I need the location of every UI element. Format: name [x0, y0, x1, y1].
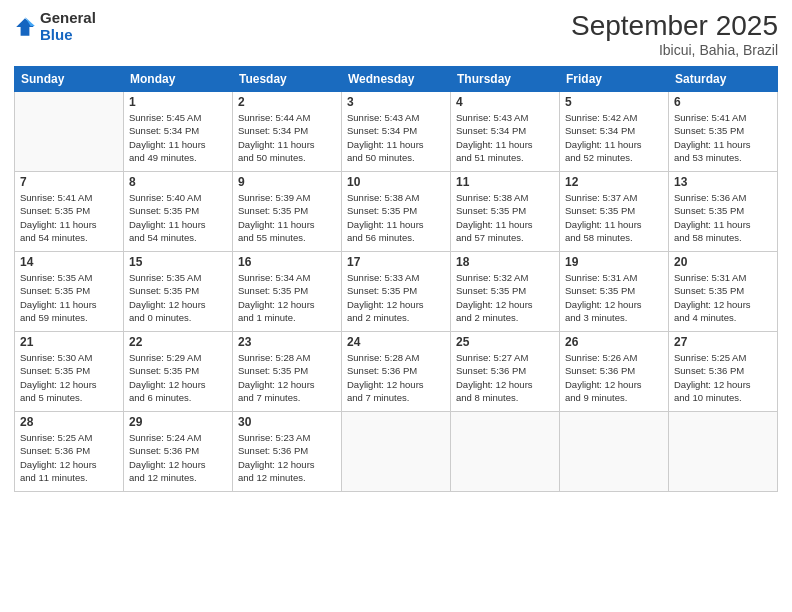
calendar-cell: 5Sunrise: 5:42 AMSunset: 5:34 PMDaylight…	[560, 92, 669, 172]
calendar-cell: 16Sunrise: 5:34 AMSunset: 5:35 PMDayligh…	[233, 252, 342, 332]
day-info: Sunrise: 5:39 AMSunset: 5:35 PMDaylight:…	[238, 191, 336, 244]
day-info: Sunrise: 5:35 AMSunset: 5:35 PMDaylight:…	[129, 271, 227, 324]
day-info: Sunrise: 5:28 AMSunset: 5:36 PMDaylight:…	[347, 351, 445, 404]
logo-text: General Blue	[40, 10, 96, 43]
day-number: 13	[674, 175, 772, 189]
day-info: Sunrise: 5:32 AMSunset: 5:35 PMDaylight:…	[456, 271, 554, 324]
calendar-cell: 17Sunrise: 5:33 AMSunset: 5:35 PMDayligh…	[342, 252, 451, 332]
day-number: 28	[20, 415, 118, 429]
day-number: 27	[674, 335, 772, 349]
calendar-cell: 4Sunrise: 5:43 AMSunset: 5:34 PMDaylight…	[451, 92, 560, 172]
weekday-header-row: SundayMondayTuesdayWednesdayThursdayFrid…	[15, 67, 778, 92]
day-info: Sunrise: 5:23 AMSunset: 5:36 PMDaylight:…	[238, 431, 336, 484]
day-number: 18	[456, 255, 554, 269]
day-number: 8	[129, 175, 227, 189]
calendar-cell: 10Sunrise: 5:38 AMSunset: 5:35 PMDayligh…	[342, 172, 451, 252]
day-number: 5	[565, 95, 663, 109]
day-number: 12	[565, 175, 663, 189]
svg-marker-0	[16, 18, 34, 36]
calendar-week-row: 1Sunrise: 5:45 AMSunset: 5:34 PMDaylight…	[15, 92, 778, 172]
day-info: Sunrise: 5:25 AMSunset: 5:36 PMDaylight:…	[20, 431, 118, 484]
calendar-cell	[15, 92, 124, 172]
calendar-week-row: 7Sunrise: 5:41 AMSunset: 5:35 PMDaylight…	[15, 172, 778, 252]
calendar-cell: 24Sunrise: 5:28 AMSunset: 5:36 PMDayligh…	[342, 332, 451, 412]
logo-general-text: General	[40, 10, 96, 27]
calendar-header: SundayMondayTuesdayWednesdayThursdayFrid…	[15, 67, 778, 92]
day-number: 24	[347, 335, 445, 349]
weekday-header-sunday: Sunday	[15, 67, 124, 92]
day-number: 11	[456, 175, 554, 189]
weekday-header-friday: Friday	[560, 67, 669, 92]
calendar-cell: 22Sunrise: 5:29 AMSunset: 5:35 PMDayligh…	[124, 332, 233, 412]
calendar-body: 1Sunrise: 5:45 AMSunset: 5:34 PMDaylight…	[15, 92, 778, 492]
calendar-cell: 13Sunrise: 5:36 AMSunset: 5:35 PMDayligh…	[669, 172, 778, 252]
calendar-cell: 20Sunrise: 5:31 AMSunset: 5:35 PMDayligh…	[669, 252, 778, 332]
calendar-table: SundayMondayTuesdayWednesdayThursdayFrid…	[14, 66, 778, 492]
weekday-header-monday: Monday	[124, 67, 233, 92]
day-info: Sunrise: 5:25 AMSunset: 5:36 PMDaylight:…	[674, 351, 772, 404]
calendar-cell: 11Sunrise: 5:38 AMSunset: 5:35 PMDayligh…	[451, 172, 560, 252]
calendar-cell: 8Sunrise: 5:40 AMSunset: 5:35 PMDaylight…	[124, 172, 233, 252]
day-info: Sunrise: 5:45 AMSunset: 5:34 PMDaylight:…	[129, 111, 227, 164]
month-title: September 2025	[571, 10, 778, 42]
day-number: 23	[238, 335, 336, 349]
day-info: Sunrise: 5:24 AMSunset: 5:36 PMDaylight:…	[129, 431, 227, 484]
day-number: 26	[565, 335, 663, 349]
logo: General Blue	[14, 10, 96, 43]
calendar-cell: 9Sunrise: 5:39 AMSunset: 5:35 PMDaylight…	[233, 172, 342, 252]
day-number: 2	[238, 95, 336, 109]
calendar-cell	[560, 412, 669, 492]
location-subtitle: Ibicui, Bahia, Brazil	[571, 42, 778, 58]
weekday-header-thursday: Thursday	[451, 67, 560, 92]
day-info: Sunrise: 5:40 AMSunset: 5:35 PMDaylight:…	[129, 191, 227, 244]
calendar-cell: 18Sunrise: 5:32 AMSunset: 5:35 PMDayligh…	[451, 252, 560, 332]
calendar-cell	[451, 412, 560, 492]
calendar-cell: 15Sunrise: 5:35 AMSunset: 5:35 PMDayligh…	[124, 252, 233, 332]
calendar-cell: 23Sunrise: 5:28 AMSunset: 5:35 PMDayligh…	[233, 332, 342, 412]
day-info: Sunrise: 5:42 AMSunset: 5:34 PMDaylight:…	[565, 111, 663, 164]
day-number: 22	[129, 335, 227, 349]
day-number: 7	[20, 175, 118, 189]
calendar-cell: 25Sunrise: 5:27 AMSunset: 5:36 PMDayligh…	[451, 332, 560, 412]
calendar-cell: 30Sunrise: 5:23 AMSunset: 5:36 PMDayligh…	[233, 412, 342, 492]
day-number: 10	[347, 175, 445, 189]
day-number: 20	[674, 255, 772, 269]
day-info: Sunrise: 5:38 AMSunset: 5:35 PMDaylight:…	[347, 191, 445, 244]
day-number: 15	[129, 255, 227, 269]
calendar-cell: 7Sunrise: 5:41 AMSunset: 5:35 PMDaylight…	[15, 172, 124, 252]
calendar-cell: 29Sunrise: 5:24 AMSunset: 5:36 PMDayligh…	[124, 412, 233, 492]
logo-blue-text: Blue	[40, 27, 96, 44]
day-info: Sunrise: 5:30 AMSunset: 5:35 PMDaylight:…	[20, 351, 118, 404]
calendar-cell: 3Sunrise: 5:43 AMSunset: 5:34 PMDaylight…	[342, 92, 451, 172]
day-info: Sunrise: 5:43 AMSunset: 5:34 PMDaylight:…	[347, 111, 445, 164]
day-info: Sunrise: 5:27 AMSunset: 5:36 PMDaylight:…	[456, 351, 554, 404]
day-number: 16	[238, 255, 336, 269]
day-info: Sunrise: 5:37 AMSunset: 5:35 PMDaylight:…	[565, 191, 663, 244]
day-info: Sunrise: 5:36 AMSunset: 5:35 PMDaylight:…	[674, 191, 772, 244]
calendar-cell: 26Sunrise: 5:26 AMSunset: 5:36 PMDayligh…	[560, 332, 669, 412]
calendar-cell: 27Sunrise: 5:25 AMSunset: 5:36 PMDayligh…	[669, 332, 778, 412]
day-info: Sunrise: 5:28 AMSunset: 5:35 PMDaylight:…	[238, 351, 336, 404]
weekday-header-wednesday: Wednesday	[342, 67, 451, 92]
day-number: 9	[238, 175, 336, 189]
page: General Blue September 2025 Ibicui, Bahi…	[0, 0, 792, 612]
day-info: Sunrise: 5:31 AMSunset: 5:35 PMDaylight:…	[674, 271, 772, 324]
day-info: Sunrise: 5:26 AMSunset: 5:36 PMDaylight:…	[565, 351, 663, 404]
calendar-week-row: 28Sunrise: 5:25 AMSunset: 5:36 PMDayligh…	[15, 412, 778, 492]
day-info: Sunrise: 5:33 AMSunset: 5:35 PMDaylight:…	[347, 271, 445, 324]
weekday-header-tuesday: Tuesday	[233, 67, 342, 92]
day-info: Sunrise: 5:43 AMSunset: 5:34 PMDaylight:…	[456, 111, 554, 164]
calendar-week-row: 14Sunrise: 5:35 AMSunset: 5:35 PMDayligh…	[15, 252, 778, 332]
day-info: Sunrise: 5:38 AMSunset: 5:35 PMDaylight:…	[456, 191, 554, 244]
day-number: 19	[565, 255, 663, 269]
calendar-cell	[669, 412, 778, 492]
day-info: Sunrise: 5:41 AMSunset: 5:35 PMDaylight:…	[20, 191, 118, 244]
day-info: Sunrise: 5:29 AMSunset: 5:35 PMDaylight:…	[129, 351, 227, 404]
calendar-cell: 19Sunrise: 5:31 AMSunset: 5:35 PMDayligh…	[560, 252, 669, 332]
day-number: 30	[238, 415, 336, 429]
day-number: 14	[20, 255, 118, 269]
day-info: Sunrise: 5:31 AMSunset: 5:35 PMDaylight:…	[565, 271, 663, 324]
calendar-cell: 28Sunrise: 5:25 AMSunset: 5:36 PMDayligh…	[15, 412, 124, 492]
calendar-cell	[342, 412, 451, 492]
weekday-header-saturday: Saturday	[669, 67, 778, 92]
